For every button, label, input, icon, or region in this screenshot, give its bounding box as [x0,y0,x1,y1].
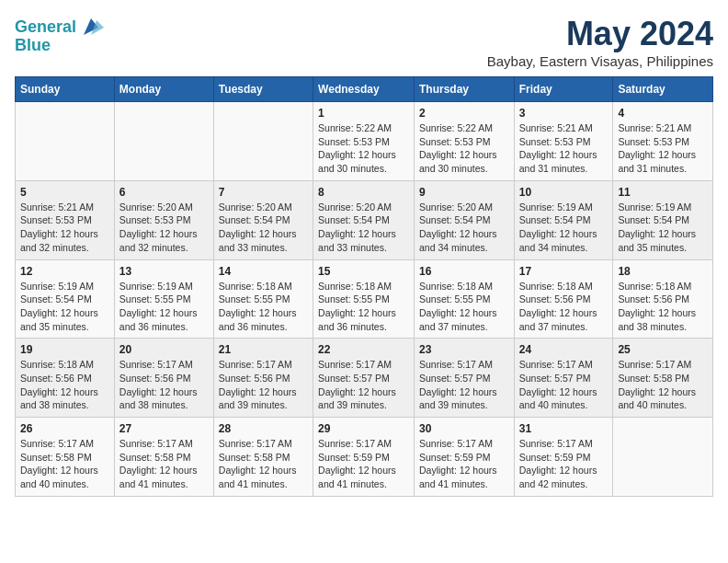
day-number: 7 [219,186,308,199]
week-row-4: 19Sunrise: 5:18 AMSunset: 5:56 PMDayligh… [16,339,713,418]
day-info: Sunrise: 5:17 AMSunset: 5:57 PMDaylight:… [519,358,609,412]
day-info: Sunrise: 5:18 AMSunset: 5:55 PMDaylight:… [219,280,308,334]
day-info: Sunrise: 5:17 AMSunset: 5:56 PMDaylight:… [119,358,209,412]
day-number: 18 [618,265,708,278]
day-number: 4 [618,107,708,120]
day-info: Sunrise: 5:18 AMSunset: 5:55 PMDaylight:… [318,280,409,334]
day-number: 31 [519,422,609,435]
day-info: Sunrise: 5:22 AMSunset: 5:53 PMDaylight:… [419,121,509,176]
page-header: General Blue May 2024 Baybay, Eastern Vi… [15,15,713,69]
calendar-cell: 4Sunrise: 5:21 AMSunset: 5:53 PMDaylight… [613,102,713,181]
day-info: Sunrise: 5:19 AMSunset: 5:54 PMDaylight:… [519,201,609,255]
day-number: 29 [318,422,409,435]
day-number: 25 [618,343,708,356]
day-info: Sunrise: 5:18 AMSunset: 5:56 PMDaylight:… [618,280,708,334]
calendar-cell: 2Sunrise: 5:22 AMSunset: 5:53 PMDaylight… [414,102,514,181]
calendar-cell: 15Sunrise: 5:18 AMSunset: 5:55 PMDayligh… [313,259,415,339]
day-number: 14 [219,265,308,278]
calendar-cell: 1Sunrise: 5:22 AMSunset: 5:53 PMDaylight… [313,102,415,181]
day-info: Sunrise: 5:17 AMSunset: 5:59 PMDaylight:… [419,437,509,491]
calendar-cell: 19Sunrise: 5:18 AMSunset: 5:56 PMDayligh… [16,339,115,418]
calendar-cell: 30Sunrise: 5:17 AMSunset: 5:59 PMDayligh… [414,418,514,497]
day-number: 3 [519,107,609,120]
day-info: Sunrise: 5:20 AMSunset: 5:54 PMDaylight:… [419,201,509,255]
day-info: Sunrise: 5:22 AMSunset: 5:53 PMDaylight:… [318,121,409,176]
day-info: Sunrise: 5:17 AMSunset: 5:58 PMDaylight:… [219,437,308,491]
logo-icon [78,15,104,40]
day-number: 2 [419,107,509,120]
day-info: Sunrise: 5:17 AMSunset: 5:57 PMDaylight:… [318,358,409,412]
calendar-cell: 18Sunrise: 5:18 AMSunset: 5:56 PMDayligh… [613,259,713,339]
calendar-cell: 29Sunrise: 5:17 AMSunset: 5:59 PMDayligh… [313,418,415,497]
day-number: 9 [419,186,509,199]
day-info: Sunrise: 5:17 AMSunset: 5:59 PMDaylight:… [318,437,409,491]
day-number: 1 [318,107,409,120]
day-info: Sunrise: 5:19 AMSunset: 5:54 PMDaylight:… [618,201,708,255]
logo: General Blue [15,15,104,55]
week-row-5: 26Sunrise: 5:17 AMSunset: 5:58 PMDayligh… [16,418,713,497]
day-info: Sunrise: 5:19 AMSunset: 5:55 PMDaylight:… [119,280,209,334]
calendar-cell: 23Sunrise: 5:17 AMSunset: 5:57 PMDayligh… [414,339,514,418]
calendar-cell: 22Sunrise: 5:17 AMSunset: 5:57 PMDayligh… [313,339,415,418]
week-row-2: 5Sunrise: 5:21 AMSunset: 5:53 PMDaylight… [16,180,713,259]
day-number: 8 [318,186,409,199]
calendar-cell: 13Sunrise: 5:19 AMSunset: 5:55 PMDayligh… [114,259,213,339]
day-info: Sunrise: 5:19 AMSunset: 5:54 PMDaylight:… [20,280,109,334]
calendar-cell [114,102,213,181]
week-row-1: 1Sunrise: 5:22 AMSunset: 5:53 PMDaylight… [16,102,713,181]
calendar-cell: 25Sunrise: 5:17 AMSunset: 5:58 PMDayligh… [613,339,713,418]
logo-blue: Blue [15,37,51,55]
calendar-cell: 21Sunrise: 5:17 AMSunset: 5:56 PMDayligh… [213,339,313,418]
calendar-cell: 27Sunrise: 5:17 AMSunset: 5:58 PMDayligh… [114,418,213,497]
calendar-cell: 9Sunrise: 5:20 AMSunset: 5:54 PMDaylight… [414,180,514,259]
calendar-cell: 24Sunrise: 5:17 AMSunset: 5:57 PMDayligh… [514,339,613,418]
logo-general: General [15,17,76,36]
calendar-cell [213,102,313,181]
day-number: 26 [20,422,109,435]
calendar-cell: 31Sunrise: 5:17 AMSunset: 5:59 PMDayligh… [514,418,613,497]
title-block: May 2024 Baybay, Eastern Visayas, Philip… [487,15,713,69]
day-number: 27 [119,422,209,435]
day-info: Sunrise: 5:17 AMSunset: 5:57 PMDaylight:… [419,358,509,412]
day-number: 11 [618,186,708,199]
day-info: Sunrise: 5:20 AMSunset: 5:53 PMDaylight:… [119,201,209,255]
day-number: 23 [419,343,509,356]
calendar-cell: 28Sunrise: 5:17 AMSunset: 5:58 PMDayligh… [213,418,313,497]
logo-text: General [15,18,76,37]
calendar-cell [16,102,115,181]
day-number: 24 [519,343,609,356]
calendar-cell: 10Sunrise: 5:19 AMSunset: 5:54 PMDayligh… [514,180,613,259]
day-number: 10 [519,186,609,199]
day-number: 17 [519,265,609,278]
day-number: 13 [119,265,209,278]
day-number: 22 [318,343,409,356]
day-number: 12 [20,265,109,278]
day-number: 15 [318,265,409,278]
col-header-wednesday: Wednesday [313,77,415,102]
week-row-3: 12Sunrise: 5:19 AMSunset: 5:54 PMDayligh… [16,259,713,339]
main-title: May 2024 [487,15,713,53]
day-number: 5 [20,186,109,199]
calendar-cell: 3Sunrise: 5:21 AMSunset: 5:53 PMDaylight… [514,102,613,181]
col-header-sunday: Sunday [16,77,115,102]
day-number: 28 [219,422,308,435]
calendar-table: SundayMondayTuesdayWednesdayThursdayFrid… [15,76,713,497]
day-info: Sunrise: 5:21 AMSunset: 5:53 PMDaylight:… [519,121,609,176]
day-number: 20 [119,343,209,356]
col-header-monday: Monday [114,77,213,102]
day-number: 21 [219,343,308,356]
calendar-cell: 20Sunrise: 5:17 AMSunset: 5:56 PMDayligh… [114,339,213,418]
col-header-friday: Friday [514,77,613,102]
day-number: 19 [20,343,109,356]
day-info: Sunrise: 5:20 AMSunset: 5:54 PMDaylight:… [219,201,308,255]
day-info: Sunrise: 5:20 AMSunset: 5:54 PMDaylight:… [318,201,409,255]
calendar-cell: 5Sunrise: 5:21 AMSunset: 5:53 PMDaylight… [16,180,115,259]
calendar-cell: 26Sunrise: 5:17 AMSunset: 5:58 PMDayligh… [16,418,115,497]
calendar-cell: 14Sunrise: 5:18 AMSunset: 5:55 PMDayligh… [213,259,313,339]
day-info: Sunrise: 5:17 AMSunset: 5:58 PMDaylight:… [119,437,209,491]
calendar-cell: 8Sunrise: 5:20 AMSunset: 5:54 PMDaylight… [313,180,415,259]
day-info: Sunrise: 5:17 AMSunset: 5:58 PMDaylight:… [618,358,708,412]
col-header-saturday: Saturday [613,77,713,102]
day-info: Sunrise: 5:18 AMSunset: 5:56 PMDaylight:… [20,358,109,412]
day-number: 30 [419,422,509,435]
